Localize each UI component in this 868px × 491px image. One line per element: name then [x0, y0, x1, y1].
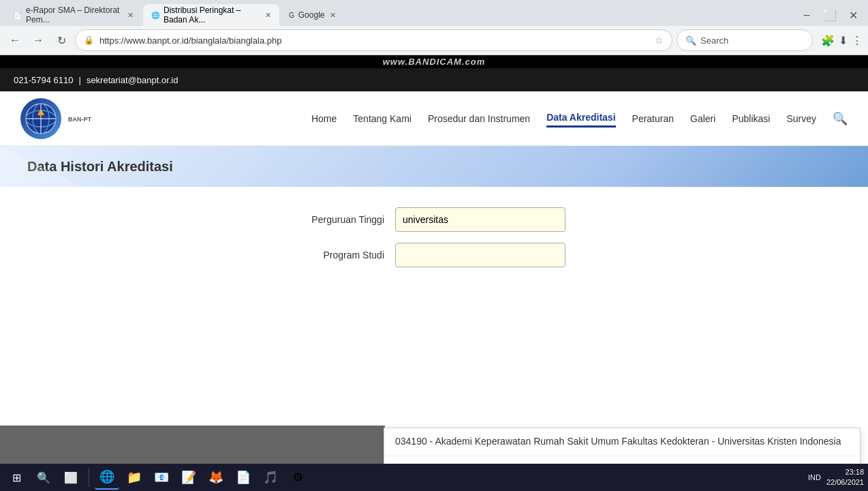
tab-close-1[interactable]: ✕ — [127, 11, 134, 20]
taskbar-separator-1 — [89, 468, 89, 487]
url-text: https://www.banpt.or.id/bianglala/biangl… — [99, 35, 649, 46]
tab-favicon-3: G — [289, 12, 294, 19]
dropdown-item-0[interactable]: 034190 - Akademi Keperawatan Rumah Sakit… — [384, 428, 860, 456]
email-address: sekretariat@banpt.or.id — [87, 75, 179, 85]
browser-actions: 🧩 ⬇ ⋮ — [821, 34, 863, 47]
lock-icon: 🔒 — [84, 35, 94, 45]
extensions-icon[interactable]: 🧩 — [821, 34, 835, 47]
page-banner: Data Histori Akreditasi — [0, 146, 868, 187]
forward-button[interactable]: → — [29, 31, 48, 50]
taskbar-files[interactable]: 📁 — [122, 465, 146, 490]
page-wrapper: 021-5794 6110 | sekretariat@banpt.or.id … — [0, 68, 868, 491]
logo-area: BAN-PT — [20, 98, 91, 139]
taskbar-edge[interactable]: 🌐 — [95, 465, 119, 490]
browser-chrome: 📄 e-Rapor SMA – Direktorat Pem... ✕ 🌐 Di… — [0, 0, 868, 55]
nav-menu: Home Tentang Kami Prosedur dan Instrumen… — [311, 109, 848, 128]
phone-number: 021-5794 6110 — [14, 75, 73, 85]
taskbar-firefox[interactable]: 🦊 — [204, 465, 228, 490]
perguruan-tinggi-row: Perguruan Tinggi — [0, 207, 868, 232]
taskbar-music[interactable]: 🎵 — [258, 465, 283, 490]
taskbar-word[interactable]: 📝 — [176, 465, 201, 490]
menu-icon[interactable]: ⋮ — [852, 34, 863, 47]
search-icon: 🔍 — [685, 35, 696, 46]
download-icon[interactable]: ⬇ — [839, 34, 848, 47]
bookmark-icon[interactable]: ☆ — [655, 35, 664, 46]
tab-bar: 📄 e-Rapor SMA – Direktorat Pem... ✕ 🌐 Di… — [0, 0, 868, 26]
perguruan-tinggi-label: Perguruan Tinggi — [303, 214, 384, 225]
nav-search-icon[interactable]: 🔍 — [833, 111, 848, 126]
program-studi-input[interactable] — [395, 243, 565, 267]
back-button[interactable]: ← — [5, 31, 25, 50]
tab-title-3: Google — [298, 10, 325, 20]
taskbar-right: IND 23:18 22/06/2021 — [808, 467, 864, 488]
logo-svg — [24, 102, 58, 136]
nav-tentang[interactable]: Tentang Kami — [353, 110, 412, 127]
tab-close-3[interactable]: ✕ — [330, 11, 336, 20]
nav-data-akreditasi[interactable]: Data Akreditasi — [546, 109, 615, 128]
logo-subtitle: BAN-PT — [68, 116, 91, 123]
search-label: Search — [700, 35, 728, 46]
nav-peraturan[interactable]: Peraturan — [632, 110, 674, 127]
bandicam-text: www.BANDICAM.com — [383, 57, 486, 67]
taskbar: ⊞ 🔍 ⬜ 🌐 📁 📧 📝 🦊 📄 🎵 ⚙ IND 23:18 22/06/20… — [0, 464, 868, 491]
tab-favicon-2: 🌐 — [151, 12, 159, 19]
tab-1[interactable]: 📄 e-Rapor SMA – Direktorat Pem... ✕ — [5, 4, 142, 26]
start-button[interactable]: ⊞ — [4, 465, 29, 490]
top-bar: 021-5794 6110 | sekretariat@banpt.or.id — [0, 68, 868, 91]
nav-survey[interactable]: Survey — [786, 110, 816, 127]
tab-close-2[interactable]: ✕ — [265, 11, 271, 20]
address-bar-row: ← → ↻ 🔒 https://www.banpt.or.id/bianglal… — [0, 26, 868, 55]
taskbar-locale: IND — [808, 473, 821, 481]
task-view-button[interactable]: ⬜ — [59, 465, 83, 490]
taskbar-date-value: 22/06/2021 — [826, 477, 864, 488]
restore-button[interactable]: ⬜ — [820, 5, 839, 25]
nav-home[interactable]: Home — [311, 110, 337, 127]
nav-galeri[interactable]: Galeri — [690, 110, 715, 127]
main-content: Perguruan Tinggi Program Studi Badan Akr… — [0, 187, 868, 323]
minimize-button[interactable]: – — [797, 5, 816, 25]
taskbar-datetime: 23:18 22/06/2021 — [826, 467, 864, 488]
page-title: Data Histori Akreditasi — [27, 159, 173, 175]
taskbar-docs[interactable]: 📄 — [231, 465, 255, 490]
tab-favicon-1: 📄 — [14, 12, 22, 19]
perguruan-tinggi-input[interactable] — [395, 207, 565, 232]
taskbar-settings[interactable]: ⚙ — [285, 465, 310, 490]
program-studi-row: Program Studi — [0, 243, 868, 267]
logo-circle — [20, 98, 61, 139]
taskbar-time-value: 23:18 — [826, 467, 864, 477]
nav-prosedur[interactable]: Prosedur dan Instrumen — [428, 110, 530, 127]
reload-button[interactable]: ↻ — [52, 31, 71, 50]
taskbar-mail[interactable]: 📧 — [149, 465, 174, 490]
search-box[interactable]: 🔍 Search — [677, 29, 813, 51]
tab-3[interactable]: G Google ✕ — [281, 4, 344, 26]
nav-publikasi[interactable]: Publikasi — [732, 110, 770, 127]
close-button[interactable]: ✕ — [843, 5, 863, 25]
bandicam-watermark: www.BANDICAM.com — [0, 55, 868, 68]
address-bar[interactable]: 🔒 https://www.banpt.or.id/bianglala/bian… — [75, 29, 672, 51]
program-studi-label: Program Studi — [303, 250, 384, 261]
tab-title-2: Distribusi Peringkat – Badan Ak... — [164, 5, 260, 25]
tab-title-1: e-Rapor SMA – Direktorat Pem... — [26, 5, 122, 25]
search-button[interactable]: 🔍 — [31, 465, 56, 490]
site-header: BAN-PT Home Tentang Kami Prosedur dan In… — [0, 91, 868, 146]
tab-2[interactable]: 🌐 Distribusi Peringkat – Badan Ak... ✕ — [143, 4, 279, 26]
top-bar-separator: | — [78, 75, 80, 85]
